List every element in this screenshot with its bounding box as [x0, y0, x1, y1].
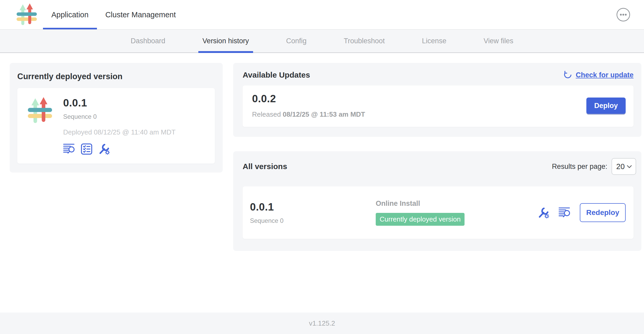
version-row-actions: Redeploy: [537, 203, 626, 222]
subnav-tab-version-history[interactable]: Version history: [198, 30, 253, 52]
install-type: Online Install: [376, 200, 537, 208]
deployed-version-info: 0.0.1 Sequence 0 Deployed 08/12/25 @ 11:…: [63, 96, 176, 155]
deployed-timestamp: Deployed 08/12/25 @ 11:40 am MDT: [63, 128, 176, 136]
row-version-number: 0.0.1: [250, 201, 376, 213]
version-row-info: 0.0.1 Sequence 0: [250, 201, 376, 224]
ellipsis-circle-icon: [616, 8, 630, 22]
tab-application[interactable]: Application: [43, 0, 97, 29]
results-per-page: Results per page: 20: [552, 158, 636, 175]
released-date: 08/12/25 @ 11:53 am MDT: [283, 110, 365, 118]
all-versions-card: All versions Results per page: 20 0.0.1 …: [233, 151, 641, 251]
deploy-logs-icon[interactable]: [559, 207, 571, 218]
app-subnav: Dashboard Version history Config Trouble…: [0, 30, 644, 53]
redeploy-button[interactable]: Redeploy: [580, 203, 626, 222]
deployed-sequence: Sequence 0: [63, 113, 176, 120]
version-history-page: Currently deployed version 0.0.1 Sequenc…: [0, 53, 644, 313]
refresh-icon: [563, 70, 572, 80]
top-header: Application Cluster Management: [0, 0, 644, 30]
subnav-troubleshoot-label: Troubleshoot: [344, 37, 385, 45]
released-prefix: Released: [252, 110, 281, 118]
available-updates-title: Available Updates: [243, 71, 310, 79]
preflight-checks-icon[interactable]: [81, 143, 92, 155]
row-sequence: Sequence 0: [250, 217, 376, 224]
check-for-update-label: Check for update: [576, 71, 634, 79]
available-updates-header: Available Updates Check for update: [243, 70, 634, 80]
subnav-tab-license[interactable]: License: [418, 30, 451, 52]
version-row: 0.0.1 Sequence 0 Online Install Currentl…: [243, 186, 634, 239]
right-column: Available Updates Check for update 0.0.2: [233, 63, 641, 251]
overflow-menu-button[interactable]: [616, 8, 630, 22]
update-row: 0.0.2 Released 08/12/25 @ 11:53 am MDT D…: [243, 85, 634, 127]
subnav-version-history-label: Version history: [203, 37, 249, 45]
available-updates-card: Available Updates Check for update 0.0.2: [233, 63, 641, 137]
deployed-version-number: 0.0.1: [63, 97, 176, 109]
tab-application-label: Application: [51, 10, 89, 19]
deploy-button[interactable]: Deploy: [586, 98, 626, 114]
results-per-page-select[interactable]: 20: [612, 158, 636, 175]
subnav-config-label: Config: [286, 37, 307, 45]
currently-deployed-badge: Currently deployed version: [376, 213, 465, 226]
results-per-page-label: Results per page:: [552, 163, 607, 171]
app-logo: [15, 3, 38, 27]
update-version-number: 0.0.2: [252, 93, 365, 105]
subnav-dashboard-label: Dashboard: [131, 37, 165, 45]
subnav-tab-troubleshoot[interactable]: Troubleshoot: [340, 30, 389, 52]
tab-cluster-management[interactable]: Cluster Management: [97, 0, 184, 29]
subnav-license-label: License: [422, 37, 446, 45]
check-for-update-link[interactable]: Check for update: [563, 70, 634, 80]
update-info: 0.0.2 Released 08/12/25 @ 11:53 am MDT: [252, 93, 365, 118]
subnav-tab-view-files[interactable]: View files: [479, 30, 518, 52]
currently-deployed-card: Currently deployed version 0.0.1 Sequenc…: [10, 63, 223, 173]
header-tabs: Application Cluster Management: [43, 0, 184, 29]
header-spacer: [184, 0, 616, 29]
chevron-down-icon: [627, 165, 632, 168]
subnav-tab-dashboard[interactable]: Dashboard: [127, 30, 170, 52]
version-row-status: Online Install Currently deployed versio…: [376, 200, 537, 226]
tab-cluster-management-label: Cluster Management: [105, 10, 176, 19]
results-per-page-value: 20: [616, 162, 625, 171]
subnav-view-files-label: View files: [484, 37, 514, 45]
app-logo-arrows-icon: [15, 3, 38, 27]
subnav-tab-config[interactable]: Config: [282, 30, 311, 52]
deploy-logs-icon[interactable]: [63, 143, 75, 155]
all-versions-title: All versions: [243, 162, 287, 171]
edit-config-icon[interactable]: [537, 206, 550, 219]
deployed-version-card: 0.0.1 Sequence 0 Deployed 08/12/25 @ 11:…: [17, 88, 215, 164]
all-versions-header: All versions Results per page: 20: [243, 158, 636, 175]
active-subtab-underline: [198, 51, 253, 53]
currently-deployed-title: Currently deployed version: [17, 72, 215, 81]
app-logo-small: [26, 96, 54, 125]
active-tab-underline: [43, 28, 97, 29]
edit-config-icon[interactable]: [98, 143, 110, 155]
console-version: v1.125.2: [309, 319, 335, 327]
app-logo-arrows-icon: [26, 96, 54, 125]
app-footer: v1.125.2: [0, 313, 644, 334]
update-released-line: Released 08/12/25 @ 11:53 am MDT: [252, 110, 365, 118]
deployed-actions: [63, 143, 176, 155]
